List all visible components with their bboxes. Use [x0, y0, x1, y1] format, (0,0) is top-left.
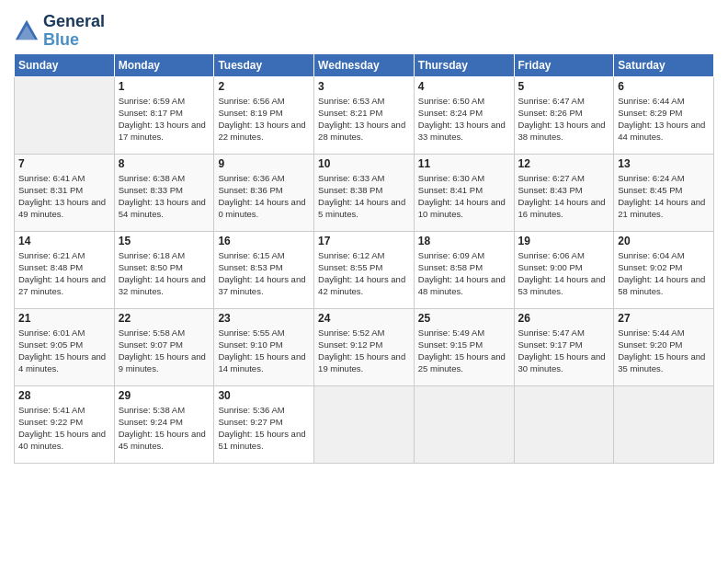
- calendar-cell: 24Sunrise: 5:52 AM Sunset: 9:12 PM Dayli…: [314, 308, 415, 385]
- calendar-cell: [514, 385, 614, 463]
- calendar-cell: 22Sunrise: 5:58 AM Sunset: 9:07 PM Dayli…: [114, 308, 214, 385]
- day-number: 13: [618, 157, 710, 170]
- day-number: 23: [218, 312, 310, 325]
- day-number: 10: [318, 157, 410, 170]
- calendar-week-5: 28Sunrise: 5:41 AM Sunset: 9:22 PM Dayli…: [15, 385, 714, 463]
- calendar-cell: [414, 385, 514, 463]
- calendar-cell: 28Sunrise: 5:41 AM Sunset: 9:22 PM Dayli…: [15, 385, 115, 463]
- weekday-header-row: SundayMondayTuesdayWednesdayThursdayFrid…: [15, 53, 714, 76]
- day-number: 19: [518, 235, 610, 247]
- weekday-header-wednesday: Wednesday: [314, 53, 415, 76]
- day-info: Sunrise: 6:53 AM Sunset: 8:21 PM Dayligh…: [318, 95, 410, 144]
- calendar-week-4: 21Sunrise: 6:01 AM Sunset: 9:05 PM Dayli…: [15, 308, 714, 385]
- day-info: Sunrise: 6:24 AM Sunset: 8:45 PM Dayligh…: [618, 172, 710, 221]
- day-info: Sunrise: 6:33 AM Sunset: 8:38 PM Dayligh…: [318, 172, 410, 221]
- day-number: 18: [418, 235, 510, 247]
- calendar-cell: 26Sunrise: 5:47 AM Sunset: 9:17 PM Dayli…: [514, 308, 614, 385]
- day-info: Sunrise: 6:50 AM Sunset: 8:24 PM Dayligh…: [418, 95, 510, 144]
- calendar-cell: [15, 76, 115, 154]
- day-number: 29: [119, 389, 210, 402]
- day-number: 26: [518, 312, 610, 325]
- calendar-week-2: 7Sunrise: 6:41 AM Sunset: 8:31 PM Daylig…: [15, 154, 714, 231]
- logo-icon: [14, 18, 40, 44]
- calendar-cell: 29Sunrise: 5:38 AM Sunset: 9:24 PM Dayli…: [114, 385, 214, 463]
- calendar-cell: 3Sunrise: 6:53 AM Sunset: 8:21 PM Daylig…: [314, 76, 415, 154]
- day-number: 12: [518, 157, 610, 170]
- calendar-cell: 11Sunrise: 6:30 AM Sunset: 8:41 PM Dayli…: [414, 154, 514, 231]
- day-info: Sunrise: 5:52 AM Sunset: 9:12 PM Dayligh…: [318, 327, 410, 375]
- day-number: 14: [18, 235, 110, 247]
- calendar-cell: 12Sunrise: 6:27 AM Sunset: 8:43 PM Dayli…: [514, 154, 614, 231]
- day-info: Sunrise: 6:47 AM Sunset: 8:26 PM Dayligh…: [518, 95, 610, 144]
- day-number: 9: [218, 157, 310, 170]
- calendar-cell: 18Sunrise: 6:09 AM Sunset: 8:58 PM Dayli…: [414, 231, 514, 308]
- day-info: Sunrise: 5:47 AM Sunset: 9:17 PM Dayligh…: [518, 327, 610, 375]
- calendar-cell: 27Sunrise: 5:44 AM Sunset: 9:20 PM Dayli…: [614, 308, 714, 385]
- day-info: Sunrise: 6:12 AM Sunset: 8:55 PM Dayligh…: [318, 249, 410, 298]
- day-info: Sunrise: 5:36 AM Sunset: 9:27 PM Dayligh…: [218, 404, 310, 453]
- day-info: Sunrise: 6:21 AM Sunset: 8:48 PM Dayligh…: [18, 249, 110, 298]
- calendar-cell: 23Sunrise: 5:55 AM Sunset: 9:10 PM Dayli…: [214, 308, 314, 385]
- calendar-cell: 1Sunrise: 6:59 AM Sunset: 8:17 PM Daylig…: [114, 76, 214, 154]
- calendar-cell: 30Sunrise: 5:36 AM Sunset: 9:27 PM Dayli…: [214, 385, 314, 463]
- calendar-cell: 2Sunrise: 6:56 AM Sunset: 8:19 PM Daylig…: [214, 76, 314, 154]
- day-number: 11: [418, 157, 510, 170]
- day-info: Sunrise: 6:01 AM Sunset: 9:05 PM Dayligh…: [18, 327, 110, 375]
- calendar-cell: 8Sunrise: 6:38 AM Sunset: 8:33 PM Daylig…: [114, 154, 214, 231]
- weekday-header-monday: Monday: [114, 53, 214, 76]
- page-container: General Blue SundayMondayTuesdayWednesda…: [0, 0, 728, 473]
- day-number: 7: [18, 157, 110, 170]
- calendar-cell: 4Sunrise: 6:50 AM Sunset: 8:24 PM Daylig…: [414, 76, 514, 154]
- day-info: Sunrise: 5:58 AM Sunset: 9:07 PM Dayligh…: [119, 327, 210, 375]
- day-info: Sunrise: 5:44 AM Sunset: 9:20 PM Dayligh…: [618, 327, 710, 375]
- calendar-cell: [314, 385, 415, 463]
- calendar-cell: 19Sunrise: 6:06 AM Sunset: 9:00 PM Dayli…: [514, 231, 614, 308]
- day-info: Sunrise: 6:06 AM Sunset: 9:00 PM Dayligh…: [518, 249, 610, 298]
- day-number: 17: [318, 235, 410, 247]
- calendar-cell: 9Sunrise: 6:36 AM Sunset: 8:36 PM Daylig…: [214, 154, 314, 231]
- day-number: 22: [119, 312, 210, 325]
- day-info: Sunrise: 5:41 AM Sunset: 9:22 PM Dayligh…: [18, 404, 110, 453]
- day-info: Sunrise: 6:38 AM Sunset: 8:33 PM Dayligh…: [119, 172, 210, 221]
- day-info: Sunrise: 6:59 AM Sunset: 8:17 PM Dayligh…: [119, 95, 210, 144]
- calendar-cell: 13Sunrise: 6:24 AM Sunset: 8:45 PM Dayli…: [614, 154, 714, 231]
- weekday-header-thursday: Thursday: [414, 53, 514, 76]
- day-number: 5: [518, 80, 610, 93]
- calendar-cell: 21Sunrise: 6:01 AM Sunset: 9:05 PM Dayli…: [15, 308, 115, 385]
- calendar-cell: 20Sunrise: 6:04 AM Sunset: 9:02 PM Dayli…: [614, 231, 714, 308]
- calendar-cell: 10Sunrise: 6:33 AM Sunset: 8:38 PM Dayli…: [314, 154, 415, 231]
- day-info: Sunrise: 5:49 AM Sunset: 9:15 PM Dayligh…: [418, 327, 510, 375]
- calendar-cell: 7Sunrise: 6:41 AM Sunset: 8:31 PM Daylig…: [15, 154, 115, 231]
- day-number: 3: [318, 80, 410, 93]
- day-number: 1: [119, 80, 210, 93]
- day-number: 8: [119, 157, 210, 170]
- day-number: 24: [318, 312, 410, 325]
- calendar-cell: 5Sunrise: 6:47 AM Sunset: 8:26 PM Daylig…: [514, 76, 614, 154]
- day-number: 27: [618, 312, 710, 325]
- day-number: 30: [218, 389, 310, 402]
- day-info: Sunrise: 6:30 AM Sunset: 8:41 PM Dayligh…: [418, 172, 510, 221]
- day-info: Sunrise: 6:27 AM Sunset: 8:43 PM Dayligh…: [518, 172, 610, 221]
- logo-text: General Blue: [43, 13, 105, 50]
- day-info: Sunrise: 6:36 AM Sunset: 8:36 PM Dayligh…: [218, 172, 310, 221]
- day-info: Sunrise: 6:04 AM Sunset: 9:02 PM Dayligh…: [618, 249, 710, 298]
- day-number: 16: [218, 235, 310, 247]
- day-info: Sunrise: 6:18 AM Sunset: 8:50 PM Dayligh…: [119, 249, 210, 298]
- calendar-cell: 17Sunrise: 6:12 AM Sunset: 8:55 PM Dayli…: [314, 231, 415, 308]
- calendar-cell: [614, 385, 714, 463]
- weekday-header-sunday: Sunday: [15, 53, 115, 76]
- calendar-cell: 15Sunrise: 6:18 AM Sunset: 8:50 PM Dayli…: [114, 231, 214, 308]
- calendar-week-3: 14Sunrise: 6:21 AM Sunset: 8:48 PM Dayli…: [15, 231, 714, 308]
- calendar-cell: 14Sunrise: 6:21 AM Sunset: 8:48 PM Dayli…: [15, 231, 115, 308]
- day-number: 15: [119, 235, 210, 247]
- logo: General Blue: [14, 13, 105, 50]
- day-info: Sunrise: 6:41 AM Sunset: 8:31 PM Dayligh…: [18, 172, 110, 221]
- day-info: Sunrise: 5:38 AM Sunset: 9:24 PM Dayligh…: [119, 404, 210, 453]
- day-info: Sunrise: 6:44 AM Sunset: 8:29 PM Dayligh…: [618, 95, 710, 144]
- day-info: Sunrise: 6:56 AM Sunset: 8:19 PM Dayligh…: [218, 95, 310, 144]
- weekday-header-friday: Friday: [514, 53, 614, 76]
- day-info: Sunrise: 6:15 AM Sunset: 8:53 PM Dayligh…: [218, 249, 310, 298]
- day-number: 21: [18, 312, 110, 325]
- day-info: Sunrise: 6:09 AM Sunset: 8:58 PM Dayligh…: [418, 249, 510, 298]
- day-number: 20: [618, 235, 710, 247]
